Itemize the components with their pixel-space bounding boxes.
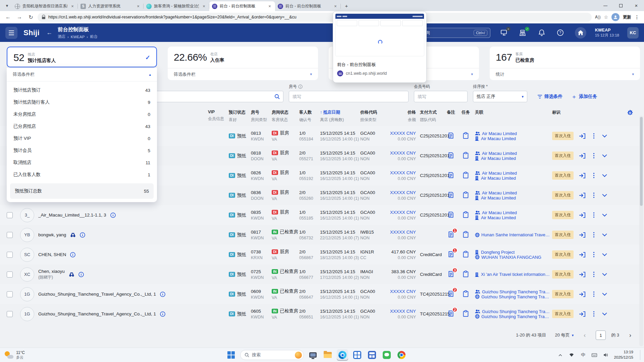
expand-row-icon[interactable]: [602, 233, 607, 237]
link-people[interactable]: Guizhou Shunjing Tiancheng Travel Age...: [475, 309, 550, 314]
taskbar-weather-widget[interactable]: 11°C 多云: [0, 350, 30, 360]
link-building[interactable]: Air Macau Limited: [475, 215, 550, 220]
row-checkbox[interactable]: [7, 291, 13, 297]
start-button[interactable]: [225, 349, 237, 361]
check-in-icon[interactable]: [579, 133, 586, 139]
expand-row-icon[interactable]: [602, 174, 607, 177]
guest-name[interactable]: _Air_Macau_Limited__12.1-1.1, 3: [38, 213, 106, 218]
check-in-icon[interactable]: [579, 212, 586, 218]
task-clipboard-icon[interactable]: [462, 210, 470, 219]
guest-name[interactable]: Chen, xiaoyu: [38, 269, 65, 274]
col-room-status[interactable]: 房间状态客房状态: [272, 110, 299, 123]
dropdown-item[interactable]: 取消抵店11: [7, 157, 157, 169]
row-checkbox[interactable]: [7, 212, 13, 218]
taskbar-app-green[interactable]: [381, 349, 392, 361]
back-icon[interactable]: ←: [3, 12, 13, 22]
expand-row-icon[interactable]: [602, 312, 607, 316]
price-value[interactable]: XXXXX CNY: [389, 309, 416, 314]
link-building[interactable]: Dongfeng Project: [475, 250, 550, 255]
check-in-icon[interactable]: [579, 291, 586, 297]
link-globe[interactable]: WUHAN TIANXIA FANGCANG: [475, 255, 550, 260]
page-size-select[interactable]: 20 每页 ▾: [555, 332, 574, 338]
guest-name[interactable]: Guizhou_Shunjing_Tiancheng_Travel_Agency…: [38, 292, 156, 297]
info-icon[interactable]: [298, 84, 303, 89]
check-in-icon[interactable]: [579, 192, 586, 198]
memo-icon[interactable]: [447, 191, 455, 199]
tab-close-icon[interactable]: ×: [201, 4, 207, 9]
check-in-icon[interactable]: [579, 173, 586, 179]
price-value[interactable]: XXXXX CNY: [389, 289, 416, 294]
menu-hamburger-icon[interactable]: [5, 27, 17, 39]
expand-row-icon[interactable]: [602, 273, 607, 276]
binoculars-icon[interactable]: [69, 272, 74, 277]
link-people[interactable]: Air Macau Limited: [475, 171, 550, 176]
link-globe[interactable]: Hunan Sanhe International Travel Agen...: [475, 232, 550, 237]
memo-icon[interactable]: 3: [447, 270, 455, 278]
link-building[interactable]: Air Macau Limited: [475, 195, 550, 200]
tab-close-icon[interactable]: ×: [333, 4, 338, 9]
show-desktop-sliver[interactable]: [640, 350, 641, 360]
taskbar-app-explorer[interactable]: [322, 349, 333, 361]
vertical-scrollbar[interactable]: [639, 116, 643, 346]
more-actions-icon[interactable]: [593, 311, 595, 317]
link-people[interactable]: Guizhou Shunjing Tiancheng Travel Age...: [475, 289, 550, 294]
price-value[interactable]: XXXXX CNY: [389, 131, 416, 136]
ime-language-indicator[interactable]: 中: [580, 352, 586, 358]
back-arrow-icon[interactable]: ←: [46, 29, 52, 36]
sort-by-select[interactable]: 抵店 正序 ▾: [473, 91, 527, 102]
tray-chevron-up-icon[interactable]: [557, 352, 564, 358]
memo-icon[interactable]: 2: [447, 290, 455, 298]
tab-close-icon[interactable]: ×: [267, 4, 272, 9]
current-page-input[interactable]: 1: [596, 330, 606, 340]
expand-row-icon[interactable]: [602, 154, 607, 158]
room-number-input[interactable]: [292, 94, 405, 99]
tab-close-icon[interactable]: ×: [70, 4, 75, 9]
dropdown-item[interactable]: 预计会员5: [7, 144, 157, 157]
more-actions-icon[interactable]: [593, 271, 595, 278]
tab-search-icon[interactable]: ▼: [3, 1, 11, 10]
row-checkbox[interactable]: [7, 272, 13, 278]
memo-icon[interactable]: [447, 171, 455, 179]
dropdown-item[interactable]: 预计 VIP0: [7, 132, 157, 144]
row-checkbox[interactable]: [7, 252, 13, 258]
col-status[interactable]: 预订状态喜好: [229, 110, 251, 123]
workstation-icon[interactable]: ×: [500, 28, 508, 37]
read-aloud-icon[interactable]: A)): [595, 15, 601, 19]
address-bar[interactable]: https://cn1.web.ep.shiji.world/individua…: [38, 13, 592, 22]
breadcrumb-frontdesk[interactable]: 前台: [90, 34, 98, 39]
expand-row-icon[interactable]: [602, 194, 607, 197]
browser-profile-avatar[interactable]: [611, 13, 620, 21]
network-icon[interactable]: [568, 352, 575, 358]
check-in-icon[interactable]: [579, 232, 586, 238]
row-checkbox[interactable]: [7, 232, 13, 238]
breadcrumb-property[interactable]: KWEAP: [71, 35, 85, 39]
task-clipboard-icon[interactable]: [462, 230, 470, 238]
link-building[interactable]: Air Macau Limited: [475, 156, 550, 161]
price-value[interactable]: XXXXX CNY: [389, 190, 416, 195]
info-icon[interactable]: [160, 292, 165, 297]
browser-menu-icon[interactable]: ⋮: [635, 14, 639, 20]
table-settings-gear-icon[interactable]: [627, 110, 633, 116]
more-actions-icon[interactable]: [593, 291, 595, 297]
prev-page-icon[interactable]: ‹: [582, 332, 587, 339]
dropdown-item[interactable]: 已分房抵店43: [7, 120, 157, 132]
guest-name[interactable]: bongwk, yang: [38, 232, 66, 237]
browser-tab[interactable]: 前台 - 前台控制面板×: [275, 1, 341, 11]
next-page-icon[interactable]: ›: [628, 332, 633, 339]
info-icon[interactable]: [160, 311, 165, 317]
card-filter-toggle-expanded[interactable]: 筛选条件栏 ▴: [7, 68, 157, 81]
taskbar-search-box[interactable]: 搜索: [240, 350, 304, 360]
memo-icon[interactable]: [447, 131, 455, 139]
guest-name[interactable]: Guizhou_Shunjing_Tiancheng_Travel_Agency…: [38, 311, 156, 316]
col-price[interactable]: 价格余额: [389, 110, 416, 123]
expand-row-icon[interactable]: [602, 293, 607, 296]
bing-icon[interactable]: [295, 352, 302, 359]
memo-icon[interactable]: 1: [447, 250, 455, 258]
forward-icon[interactable]: →: [15, 12, 24, 22]
notifications-bell-icon[interactable]: [537, 28, 546, 37]
expand-row-icon[interactable]: [602, 253, 607, 256]
filter-conditions-button[interactable]: 筛选条件: [537, 91, 562, 102]
info-icon[interactable]: [110, 213, 116, 218]
taskbar-app-browser-active[interactable]: [337, 349, 348, 361]
cashier-icon[interactable]: ✓: [519, 28, 527, 37]
